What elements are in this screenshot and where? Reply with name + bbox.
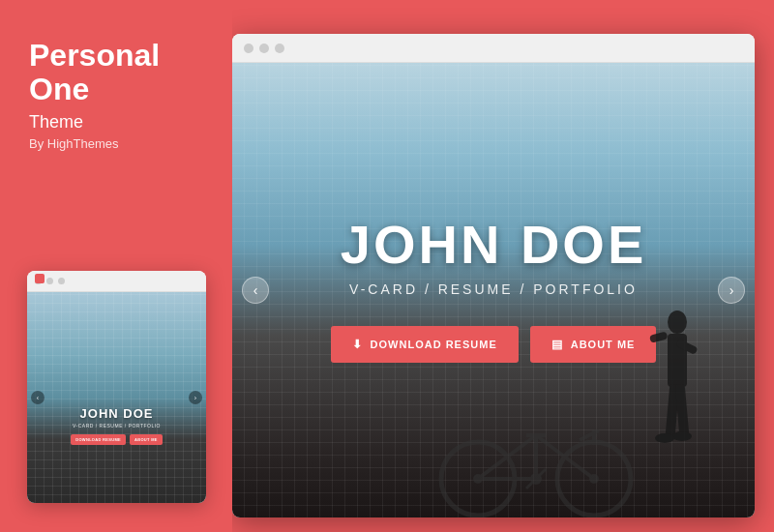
large-hero-name: JOHN DOE (232, 218, 755, 272)
theme-by: By HighThemes (29, 136, 203, 151)
small-hero-tagline: V-CARD / RESUME / PORTFOLIO (27, 423, 206, 429)
large-dot-1 (244, 44, 253, 53)
small-hero-content: JOHN DOE V-CARD / RESUME / PORTFOLIO DOW… (27, 406, 206, 445)
bicycle-silhouette (430, 401, 642, 517)
small-next-arrow[interactable]: › (189, 391, 202, 404)
small-prev-arrow[interactable]: ‹ (31, 391, 45, 404)
small-hero-name: JOHN DOE (27, 406, 206, 421)
large-preview-window: ‹ › JOHN DOE V-CARD / RESUME / PORTFOLIO… (232, 34, 755, 517)
download-btn-label: DOWNLOAD RESUME (371, 339, 497, 350)
small-download-btn[interactable]: DOWNLOAD RESUME (71, 434, 126, 445)
small-titlebar (27, 271, 206, 292)
large-dot-2 (259, 44, 269, 53)
small-dot-3 (58, 278, 65, 284)
svg-point-7 (672, 431, 692, 441)
large-hero-tagline: V-CARD / RESUME / PORTFOLIO (232, 281, 755, 297)
large-titlebar (232, 34, 755, 63)
download-icon: ⬇ (352, 338, 363, 351)
theme-title: Personal One (29, 39, 203, 106)
about-icon: ▤ (551, 338, 563, 351)
small-favicon (35, 274, 45, 283)
small-preview-body: ‹ › JOHN DOE V-CARD / RESUME / PORTFOLIO… (27, 292, 206, 503)
large-download-btn[interactable]: ⬇ DOWNLOAD RESUME (331, 326, 519, 363)
large-dot-3 (275, 44, 284, 53)
large-preview-body: ‹ › JOHN DOE V-CARD / RESUME / PORTFOLIO… (232, 63, 755, 517)
small-preview-window: ‹ › JOHN DOE V-CARD / RESUME / PORTFOLIO… (27, 271, 206, 503)
svg-point-0 (668, 310, 687, 334)
small-about-btn[interactable]: ABOUT ME (130, 434, 163, 445)
about-btn-label: ABOUT ME (571, 339, 636, 350)
left-panel: Personal One Theme By HighThemes ‹ › JOH… (0, 0, 232, 532)
small-hero-buttons: DOWNLOAD RESUME ABOUT ME (27, 434, 206, 445)
theme-subtitle: Theme (29, 112, 203, 133)
small-nav-arrows: ‹ › (27, 391, 206, 404)
small-dot-2 (46, 278, 53, 284)
svg-rect-2 (649, 331, 668, 342)
svg-point-6 (655, 433, 674, 443)
